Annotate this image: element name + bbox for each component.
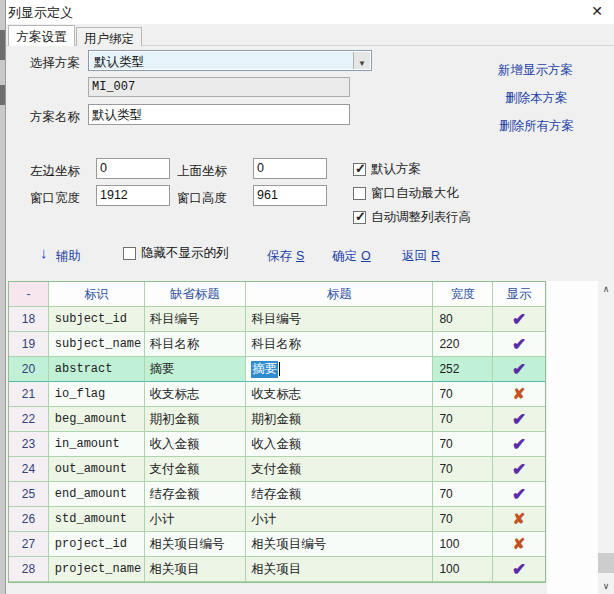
field-id-cell[interactable]: beg_amount [49,407,145,432]
window-height-input[interactable]: 961 [253,185,327,206]
assist-link[interactable]: 辅助 [56,248,81,265]
field-id-cell[interactable]: in_amount [49,432,145,457]
table-row[interactable]: 21io_flag收支标志收支标志70✘ [9,382,545,407]
width-cell[interactable]: 252 [433,357,493,382]
scroll-down-icon[interactable]: ∨ [598,578,614,594]
header-show[interactable]: 显示 [493,282,545,307]
table-row[interactable]: 24out_amount支付金额支付金额70✔ [9,457,545,482]
scrollbar-thumb[interactable] [598,553,614,573]
table-row[interactable]: 23in_amount收入金额收入金额70✔ [9,432,545,457]
width-cell[interactable]: 100 [433,557,493,582]
hide-columns-checkbox-row[interactable]: 隐藏不显示的列 [123,241,229,265]
tab-user-binding[interactable]: 用户绑定 [76,27,142,46]
width-cell[interactable]: 70 [433,482,493,507]
header-width[interactable]: 宽度 [433,282,493,307]
show-cell[interactable]: ✔ [493,432,545,457]
scheme-combobox[interactable]: 默认类型 ▼ [88,50,372,71]
default-title-cell[interactable]: 小计 [145,507,247,532]
scheme-name-input[interactable]: 默认类型 [88,104,350,125]
table-row[interactable]: 26std_amount小计小计70✘ [9,507,545,532]
title-cell[interactable]: 相关项目 [246,557,433,582]
row-number-cell[interactable]: 24 [9,457,49,482]
title-cell[interactable]: 期初金额 [246,407,433,432]
row-number-cell[interactable]: 21 [9,382,49,407]
row-number-cell[interactable]: 20 [9,357,49,382]
title-cell[interactable]: 科目编号 [246,307,433,332]
show-cell[interactable]: ✔ [493,557,545,582]
width-cell[interactable]: 220 [433,332,493,357]
back-button[interactable]: 返回R [402,248,440,265]
title-cell[interactable]: 小计 [246,507,433,532]
auto-maximize-checkbox[interactable] [353,187,366,200]
show-cell[interactable]: ✘ [493,507,545,532]
show-cell[interactable]: ✔ [493,332,545,357]
default-title-cell[interactable]: 科目编号 [145,307,247,332]
show-cell[interactable]: ✘ [493,532,545,557]
save-button[interactable]: 保存S [267,248,304,265]
default-title-cell[interactable]: 科目名称 [145,332,247,357]
window-width-input[interactable]: 1912 [96,185,170,206]
show-cell[interactable]: ✔ [493,357,545,382]
show-cell[interactable]: ✔ [493,482,545,507]
title-cell[interactable]: 结存金额 [246,482,433,507]
row-number-cell[interactable]: 23 [9,432,49,457]
field-id-cell[interactable]: end_amount [49,482,145,507]
tab-scheme-settings[interactable]: 方案设置 [8,25,75,46]
default-title-cell[interactable]: 期初金额 [145,407,247,432]
scroll-up-icon[interactable]: ∧ [598,281,614,297]
auto-row-height-checkbox[interactable] [353,211,366,224]
show-cell[interactable]: ✔ [493,307,545,332]
default-title-cell[interactable]: 支付金额 [145,457,247,482]
title-cell[interactable]: 收入金额 [246,432,433,457]
row-number-cell[interactable]: 18 [9,307,49,332]
width-cell[interactable]: 70 [433,382,493,407]
show-cell[interactable]: ✘ [493,382,545,407]
header-field-id[interactable]: 标识 [49,282,145,307]
width-cell[interactable]: 70 [433,407,493,432]
header-row-number[interactable]: - [9,282,49,307]
header-title[interactable]: 标题 [246,282,433,307]
row-number-cell[interactable]: 22 [9,407,49,432]
default-title-cell[interactable]: 相关项目编号 [145,532,247,557]
table-row[interactable]: 19subject_name科目名称科目名称220✔ [9,332,545,357]
default-title-cell[interactable]: 相关项目 [145,557,247,582]
width-cell[interactable]: 80 [433,307,493,332]
vertical-scrollbar[interactable]: ∧ ∨ [598,281,614,594]
row-number-cell[interactable]: 27 [9,532,49,557]
field-id-cell[interactable]: out_amount [49,457,145,482]
title-cell[interactable]: 收支标志 [246,382,433,407]
hide-columns-checkbox[interactable] [123,247,136,260]
table-row[interactable]: 18subject_id科目编号科目编号80✔ [9,307,545,332]
table-row[interactable]: 22beg_amount期初金额期初金额70✔ [9,407,545,432]
auto-maximize-checkbox-row[interactable]: 窗口自动最大化 [353,181,459,205]
show-cell[interactable]: ✔ [493,457,545,482]
title-cell[interactable]: 科目名称 [246,332,433,357]
auto-row-height-checkbox-row[interactable]: 自动调整列表行高 [353,205,471,229]
field-id-cell[interactable]: std_amount [49,507,145,532]
add-display-scheme-link[interactable]: 新增显示方案 [498,62,573,79]
default-scheme-checkbox[interactable] [353,163,366,176]
width-cell[interactable]: 70 [433,457,493,482]
default-scheme-checkbox-row[interactable]: 默认方案 [353,157,421,181]
close-icon[interactable]: ✕ [584,1,610,22]
row-number-cell[interactable]: 25 [9,482,49,507]
default-title-cell[interactable]: 结存金额 [145,482,247,507]
field-id-cell[interactable]: project_name [49,557,145,582]
show-cell[interactable]: ✔ [493,407,545,432]
top-coord-input[interactable]: 0 [253,158,327,179]
header-default-title[interactable]: 缺省标题 [145,282,247,307]
width-cell[interactable]: 100 [433,532,493,557]
table-row[interactable]: 28project_name相关项目相关项目100✔ [9,557,545,582]
row-number-cell[interactable]: 28 [9,557,49,582]
title-cell[interactable]: 支付金额 [246,457,433,482]
default-title-cell[interactable]: 收入金额 [145,432,247,457]
field-id-cell[interactable]: subject_id [49,307,145,332]
field-id-cell[interactable]: io_flag [49,382,145,407]
ok-button[interactable]: 确定O [332,248,371,265]
field-id-cell[interactable]: subject_name [49,332,145,357]
row-number-cell[interactable]: 19 [9,332,49,357]
default-title-cell[interactable]: 收支标志 [145,382,247,407]
table-row[interactable]: 25end_amount结存金额结存金额70✔ [9,482,545,507]
title-edit-cell[interactable]: 摘要 [246,357,433,382]
left-coord-input[interactable]: 0 [96,158,170,179]
